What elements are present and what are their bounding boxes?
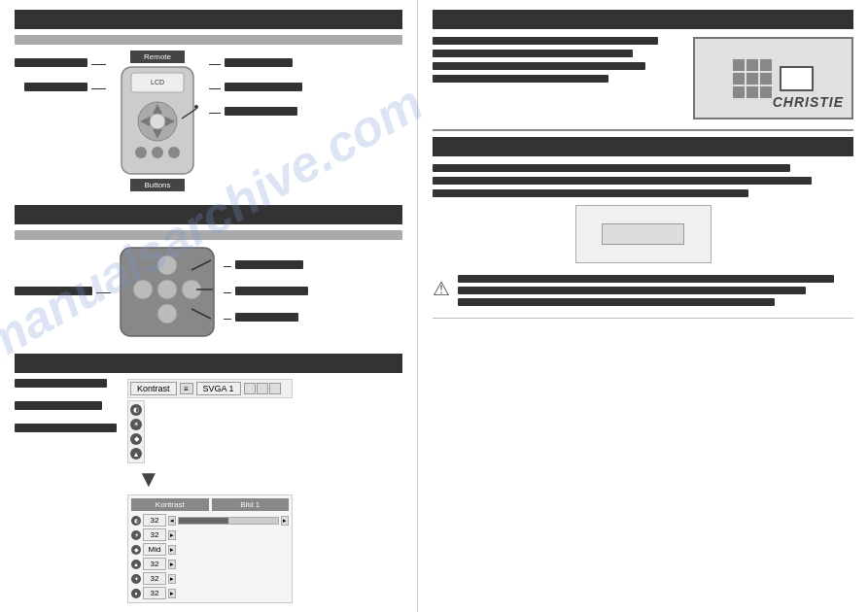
warning-area: ⚠ [433, 275, 853, 310]
icon-sharpness: ▲ [130, 448, 142, 459]
christie-logo-text: CHRISTIE [773, 94, 844, 110]
connector-1 [91, 64, 106, 65]
left-section2-subbar [15, 230, 402, 240]
divider-2 [433, 318, 853, 319]
warn-text-1 [458, 275, 834, 283]
kl-bar-1 [15, 287, 92, 295]
left-column: Remote LCD [0, 0, 418, 612]
grid-cell-3 [760, 59, 772, 71]
row5-arrow[interactable]: ▸ [168, 574, 176, 584]
icon-contrast: ◐ [130, 404, 142, 416]
label-item-2 [15, 83, 106, 95]
osd-icon-1[interactable] [244, 383, 256, 394]
christie-grid [733, 59, 772, 98]
remote-label-top: Remote [130, 51, 185, 63]
osd-expanded-panel: Kontrast Bild 1 ◐ 32 ◂ ▸ [127, 494, 293, 603]
svg-point-19 [157, 304, 177, 323]
osd-left-labels [15, 379, 122, 436]
svg-point-9 [135, 147, 147, 158]
row1-icon: ◐ [131, 516, 141, 526]
row6-icon: ♦ [131, 589, 141, 598]
osd-exp-header: Kontrast Bild 1 [131, 498, 289, 511]
row3-icon: ◆ [131, 545, 141, 555]
right-column: CHRISTIE ⚠ [418, 0, 868, 612]
kr-conn-3 [224, 319, 231, 320]
osd-label-2 [15, 401, 102, 410]
row1-slider [178, 517, 279, 525]
osd-row-5: ✦ 32 ▸ [131, 572, 289, 585]
grid-cell-2 [746, 59, 758, 71]
grid-cell-7 [733, 86, 745, 98]
osd-icon-2[interactable] [257, 383, 268, 394]
row1-val: 32 [143, 514, 166, 527]
row1-arrow-right[interactable]: ▸ [281, 516, 289, 526]
osd-kontrast-label: Kontrast [130, 382, 177, 395]
osd-right-inner [602, 223, 684, 245]
kr-item-3 [224, 313, 308, 325]
row5-val: 32 [143, 572, 166, 585]
remote-label-bottom: Buttons [130, 179, 184, 191]
osd-exp-bild: Bild 1 [212, 498, 290, 511]
row5-icon: ✦ [131, 574, 141, 584]
row4-icon: ▲ [131, 560, 141, 569]
kl-conn-1 [96, 292, 111, 293]
right-text-2 [433, 50, 633, 57]
label-bar-1 [15, 58, 87, 67]
remote-area: Remote LCD [114, 51, 201, 191]
osd-row-2: ☀ 32 ▸ [131, 528, 289, 541]
warn-text-3 [458, 298, 775, 306]
connector-3 [209, 64, 221, 65]
right-text-1 [433, 37, 658, 45]
row4-val: 32 [143, 558, 166, 570]
right-text-lines [433, 37, 683, 87]
osd-btn-1[interactable]: ≡ [180, 383, 193, 394]
osd-icon-3[interactable] [269, 383, 281, 394]
osd-row-6: ♦ 32 ▸ [131, 587, 289, 599]
osd-label-1 [15, 379, 107, 388]
keypad-svg [119, 246, 216, 338]
row1-slider-fill [179, 518, 228, 524]
label-item-1 [15, 58, 106, 71]
osd-svga-label: SVGA 1 [196, 382, 241, 395]
row3-arrow[interactable]: ▸ [168, 545, 176, 555]
osd-rows: ◐ 32 ◂ ▸ ☀ 32 ▸ [131, 514, 289, 599]
connector-5 [209, 113, 221, 114]
osd-row-4: ▲ 32 ▸ [131, 558, 289, 570]
kr-bar-1 [235, 260, 303, 269]
right-text-3 [433, 62, 645, 70]
row4-arrow[interactable]: ▸ [168, 560, 176, 569]
label-item-3 [209, 58, 302, 71]
svg-point-16 [133, 280, 153, 299]
label-item-4 [209, 83, 302, 95]
keypad-right-labels [224, 260, 308, 325]
osd-row-1: ◐ 32 ◂ ▸ [131, 514, 289, 527]
left-section1-subbar [15, 35, 402, 45]
left-section2-header [15, 205, 402, 224]
grid-cell-5 [746, 73, 758, 85]
row1-arrow-left[interactable]: ◂ [168, 516, 176, 526]
rs2-text-3 [433, 189, 748, 197]
divider-1 [433, 129, 853, 131]
page-container: manualsarchive.com Remote [0, 0, 868, 612]
left-section1-header [15, 10, 402, 29]
osd-icon-group [244, 383, 281, 394]
grid-cell-8 [746, 86, 758, 98]
connector-2 [91, 88, 106, 89]
osd-exp-kontrast: Kontrast [131, 498, 209, 511]
osd-body: ◐ ☀ ◆ ▲ [127, 400, 293, 463]
svg-point-11 [168, 147, 180, 158]
christie-box: CHRISTIE [693, 37, 853, 119]
svg-point-8 [150, 114, 165, 129]
left-labels-col [15, 58, 106, 95]
osd-panels: Kontrast ≡ SVGA 1 ◐ ☀ ◆ ▲ [127, 379, 293, 603]
row6-arrow[interactable]: ▸ [168, 589, 176, 598]
kr-bar-3 [235, 313, 298, 322]
warn-text-2 [458, 287, 806, 294]
warning-text-area [458, 275, 853, 310]
kr-item-1 [224, 260, 308, 273]
kr-conn-1 [224, 266, 231, 267]
keypad-left-labels [15, 287, 111, 299]
label-bar-3 [225, 58, 293, 67]
label-item-5 [209, 107, 302, 119]
row2-arrow[interactable]: ▸ [168, 530, 176, 540]
